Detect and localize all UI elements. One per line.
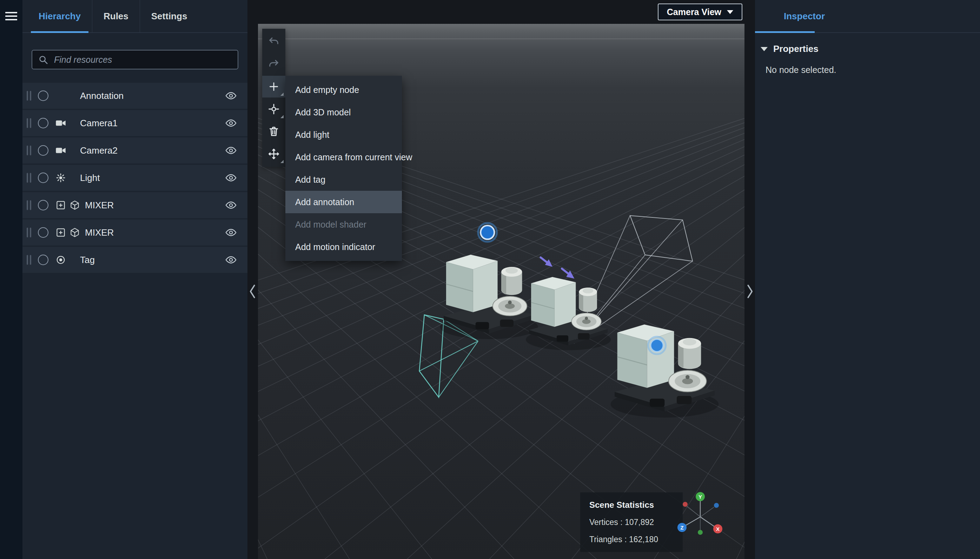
transform-icon	[268, 103, 280, 115]
item-icons	[55, 145, 75, 156]
camera-view-button[interactable]: Camera View	[658, 3, 742, 20]
axis-z-label: Z	[680, 524, 683, 531]
search-icon	[38, 55, 48, 65]
drag-handle-icon[interactable]	[27, 200, 32, 210]
item-icons	[55, 118, 75, 128]
item-icons	[55, 172, 75, 183]
eye-icon[interactable]	[225, 90, 237, 102]
collapse-right-panel-button[interactable]	[745, 24, 755, 559]
tag-icon	[55, 255, 66, 265]
tree-item-label: Tag	[80, 255, 225, 265]
viewport-row: Add empty nodeAdd 3D modelAdd lightAdd c…	[247, 24, 755, 559]
tree-row[interactable]: Light	[22, 165, 247, 191]
scene-viewport: Add empty nodeAdd 3D modelAdd lightAdd c…	[258, 24, 745, 559]
menu-item-add-light[interactable]: Add light	[285, 124, 402, 146]
menu-item-add-motion-indicator[interactable]: Add motion indicator	[285, 236, 402, 258]
chevron-left-icon	[248, 284, 257, 299]
item-icons	[55, 200, 80, 210]
scene-statistics-title: Scene Statistics	[589, 500, 673, 510]
tree-row[interactable]: Tag	[22, 247, 247, 273]
component-icon	[55, 227, 66, 238]
flyout-corner-icon	[280, 160, 284, 163]
tree-row[interactable]: Annotation	[22, 83, 247, 109]
hierarchy-tree: AnnotationCamera1Camera2LightMIXERMIXERT…	[22, 83, 247, 559]
tag-marker[interactable]	[648, 337, 666, 354]
tree-item-label: MIXER	[85, 200, 225, 211]
axis-neg-y-dot[interactable]	[698, 530, 703, 535]
menu-item-add-tag[interactable]: Add tag	[285, 168, 402, 191]
search-box[interactable]	[32, 50, 238, 69]
delete-icon	[268, 126, 280, 137]
axis-neg-z-dot[interactable]	[714, 503, 719, 508]
properties-label: Properties	[773, 43, 819, 55]
tab-rules[interactable]: Rules	[92, 0, 140, 32]
move-icon	[268, 148, 280, 160]
annotation-marker[interactable]	[478, 223, 497, 241]
tree-item-label: MIXER	[85, 227, 225, 238]
drag-handle-icon[interactable]	[27, 91, 32, 101]
menu-item-add-3d-model[interactable]: Add 3D model	[285, 101, 402, 124]
selection-radio[interactable]	[38, 227, 48, 238]
flyout-corner-icon	[280, 93, 284, 96]
hamburger-menu-button[interactable]	[3, 8, 19, 25]
tab-hierarchy[interactable]: Hierarchy	[27, 0, 92, 32]
search-input[interactable]	[53, 55, 232, 65]
transform-button[interactable]	[262, 98, 285, 120]
redo-button[interactable]	[262, 53, 285, 75]
hamburger-icon	[5, 12, 17, 20]
inspector-header: Inspector	[755, 0, 980, 33]
add-button[interactable]	[262, 76, 285, 98]
video-camera-icon	[55, 118, 66, 128]
tree-row[interactable]: Camera1	[22, 110, 247, 136]
item-icons	[55, 227, 80, 238]
item-icons	[55, 255, 75, 265]
selection-radio[interactable]	[38, 91, 48, 101]
chevron-right-icon	[745, 284, 754, 299]
delete-button[interactable]	[262, 121, 285, 142]
eye-icon[interactable]	[225, 254, 237, 266]
selection-radio[interactable]	[38, 172, 48, 183]
eye-icon[interactable]	[225, 117, 237, 129]
eye-icon[interactable]	[225, 172, 237, 184]
properties-section-header[interactable]: Properties	[755, 33, 980, 55]
tree-row[interactable]: MIXER	[22, 220, 247, 245]
undo-button[interactable]	[262, 31, 285, 53]
eye-icon[interactable]	[225, 144, 237, 156]
drag-handle-icon[interactable]	[27, 228, 32, 237]
chevron-down-icon	[727, 10, 733, 14]
axis-gizmo[interactable]: Y X Z	[665, 486, 735, 548]
redo-icon	[268, 58, 280, 70]
drag-handle-icon[interactable]	[27, 255, 32, 265]
collapse-left-panel-button[interactable]	[247, 24, 258, 559]
menu-item-add-annotation[interactable]: Add annotation	[285, 191, 402, 213]
main-area: Camera View	[247, 0, 755, 559]
selection-radio[interactable]	[38, 200, 48, 210]
scene-toolbar	[262, 29, 285, 167]
menu-item-add-empty-node[interactable]: Add empty node	[285, 79, 402, 101]
axis-neg-x-dot[interactable]	[683, 502, 688, 507]
tree-item-label: Camera2	[80, 145, 225, 156]
tree-row[interactable]: MIXER	[22, 192, 247, 218]
inspector-title-wrap: Inspector	[755, 0, 825, 32]
video-camera-icon	[55, 145, 66, 156]
viewport-top-bar: Camera View	[247, 0, 755, 24]
eye-icon[interactable]	[225, 199, 237, 211]
inspector-title: Inspector	[784, 11, 825, 22]
move-button[interactable]	[262, 143, 285, 165]
tree-item-label: Camera1	[80, 118, 225, 129]
cube-icon	[70, 227, 80, 238]
selection-radio[interactable]	[38, 145, 48, 156]
drag-handle-icon[interactable]	[27, 146, 32, 155]
undo-icon	[268, 36, 280, 48]
drag-handle-icon[interactable]	[27, 118, 32, 128]
cube-icon	[70, 200, 80, 210]
tree-row[interactable]: Camera2	[22, 137, 247, 164]
selection-radio[interactable]	[38, 255, 48, 265]
selection-radio[interactable]	[38, 118, 48, 128]
menu-item-add-camera-from-current-view[interactable]: Add camera from current view	[285, 146, 402, 168]
tab-settings[interactable]: Settings	[140, 0, 199, 32]
search-area	[22, 33, 247, 83]
camera-view-label: Camera View	[667, 7, 721, 17]
drag-handle-icon[interactable]	[27, 173, 32, 183]
eye-icon[interactable]	[225, 227, 237, 238]
